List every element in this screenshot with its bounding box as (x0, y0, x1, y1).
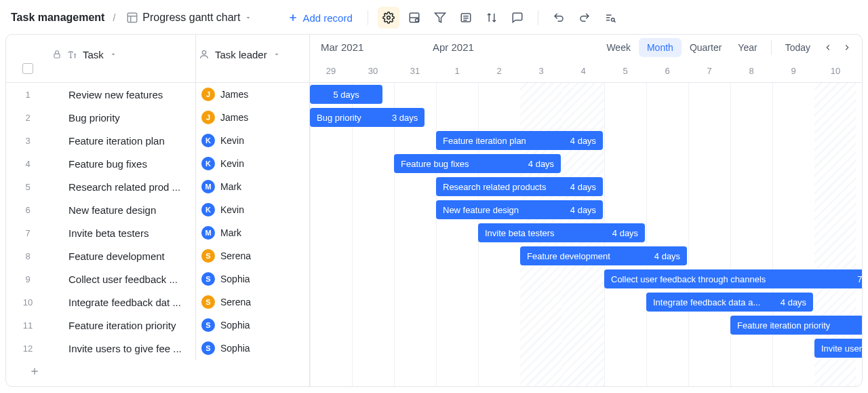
gantt-bar[interactable]: Collect user feedback through channels7 (604, 269, 862, 288)
settings-button[interactable] (378, 7, 399, 29)
task-name: Feature development (50, 250, 195, 262)
prev-button[interactable] (818, 38, 837, 57)
undo-button[interactable] (548, 7, 570, 29)
person-icon (199, 49, 210, 60)
gantt-bar[interactable]: New feature design4 days (436, 200, 603, 219)
month-labels: Mar 2021Apr 2021 (310, 35, 598, 60)
svg-point-3 (415, 19, 418, 22)
search-button[interactable] (599, 7, 621, 29)
task-table: Task Task leader 1Review new featuresJJa… (6, 35, 310, 386)
row-index: 10 (6, 297, 50, 307)
gantt-bar[interactable]: Invite user (814, 339, 862, 358)
task-row[interactable]: 9Collect user feedback ...SSophia (6, 267, 309, 291)
gantt-bar[interactable]: Bug priority3 days (310, 108, 425, 127)
gantt-bar[interactable]: 5 days (310, 85, 382, 104)
sort-button[interactable] (481, 7, 502, 29)
toolbar-divider (368, 10, 368, 25)
day-label: 9 (772, 66, 814, 76)
row-index: 8 (6, 251, 50, 261)
day-label: 7 (688, 66, 730, 76)
task-leader: JJames (195, 106, 309, 129)
gantt-bar[interactable]: Invite beta testers4 days (478, 223, 645, 242)
filter-button[interactable] (429, 7, 451, 29)
leader-name: Sophia (220, 343, 250, 354)
leader-name: Sophia (220, 320, 250, 331)
gantt-body[interactable]: 5 daysBug priority3 daysFeature iteratio… (310, 83, 862, 386)
comment-icon (511, 12, 524, 24)
day-labels: 29303112345678910 (310, 60, 862, 83)
add-record-button[interactable]: Add record (282, 10, 357, 26)
month-label: Mar 2021 (321, 41, 363, 53)
gantt-bar[interactable]: Feature iteration plan4 days (436, 131, 603, 150)
svg-rect-0 (128, 13, 138, 22)
toolbar-divider (538, 10, 538, 25)
task-leader: JJames (195, 83, 309, 106)
comment-button[interactable] (507, 7, 528, 29)
gantt-bars: 5 daysBug priority3 daysFeature iteratio… (310, 83, 862, 386)
avatar: M (201, 180, 215, 193)
gantt-bar[interactable]: Feature iteration priority (730, 316, 862, 335)
day-label: 2 (478, 66, 520, 76)
column-leader[interactable]: Task leader (195, 35, 309, 82)
task-leader: SSerena (195, 244, 309, 267)
breadcrumb-root[interactable]: Task management (8, 12, 107, 24)
task-name: Feature iteration priority (50, 320, 195, 331)
avatar: S (201, 341, 215, 355)
task-row[interactable]: 3Feature iteration planKKevin (6, 129, 309, 152)
gantt-bar[interactable]: Feature development4 days (520, 246, 687, 265)
task-row[interactable]: 10Integrate feedback dat ...SSerena (6, 291, 309, 314)
bar-label: Integrate feedback data a... (653, 297, 760, 307)
bar-duration: 4 days (606, 228, 638, 238)
task-row[interactable]: 5Research related prod ...MMark (6, 175, 309, 198)
group-button[interactable] (455, 7, 477, 29)
chevron-down-icon (244, 14, 252, 22)
gear-icon (382, 12, 395, 24)
scale-year-button[interactable]: Year (730, 38, 765, 57)
task-row[interactable]: 1Review new featuresJJames (6, 83, 309, 106)
field-config-button[interactable] (403, 7, 425, 29)
day-label: 4 (562, 66, 604, 76)
view-switcher[interactable]: Progress gantt chart (121, 9, 258, 26)
bar-duration: 3 days (385, 113, 418, 123)
task-row[interactable]: 8Feature developmentSSerena (6, 244, 309, 267)
leader-name: Mark (220, 181, 241, 192)
scale-week-button[interactable]: Week (598, 38, 639, 57)
task-row[interactable]: 4Feature bug fixesKKevin (6, 152, 309, 175)
svg-point-7 (202, 51, 205, 54)
task-name: Invite users to give fee ... (50, 343, 195, 354)
leader-name: Sophia (220, 274, 250, 284)
row-index: 12 (6, 343, 50, 354)
task-leader: SSophia (195, 314, 309, 337)
avatar: K (201, 157, 215, 170)
select-all[interactable] (6, 35, 50, 82)
redo-button[interactable] (574, 7, 595, 29)
row-index: 5 (6, 182, 50, 192)
task-leader: SSophia (195, 337, 309, 360)
redo-icon (578, 12, 591, 24)
leader-name: Kevin (220, 204, 244, 215)
plus-icon (29, 366, 40, 377)
bar-label: Invite user (821, 343, 862, 354)
task-row[interactable]: 6New feature designKKevin (6, 198, 309, 221)
column-leader-label: Task leader (215, 49, 267, 60)
next-button[interactable] (837, 38, 856, 57)
avatar: J (201, 88, 215, 101)
gantt-bar[interactable]: Research related products4 days (436, 177, 603, 196)
task-row[interactable]: 12Invite users to give fee ...SSophia (6, 337, 309, 360)
today-button[interactable]: Today (777, 38, 818, 57)
bar-label: Invite beta testers (485, 228, 555, 238)
scale-quarter-button[interactable]: Quarter (682, 38, 730, 57)
task-row[interactable]: 2Bug priorityJJames (6, 106, 309, 129)
undo-icon (553, 12, 565, 24)
gantt-bar[interactable]: Feature bug fixes4 days (394, 154, 561, 173)
column-task[interactable]: Task (50, 35, 195, 82)
gantt-bar[interactable]: Integrate feedback data a...4 days (646, 293, 813, 312)
task-row[interactable]: 11Feature iteration prioritySSophia (6, 314, 309, 337)
svg-rect-6 (54, 54, 60, 58)
day-label: 6 (646, 66, 688, 76)
toolbar-divider (771, 40, 772, 55)
add-row-button[interactable] (6, 360, 309, 383)
task-row[interactable]: 7Invite beta testersMMark (6, 221, 309, 244)
task-name: New feature design (50, 204, 195, 216)
scale-month-button[interactable]: Month (639, 38, 682, 57)
